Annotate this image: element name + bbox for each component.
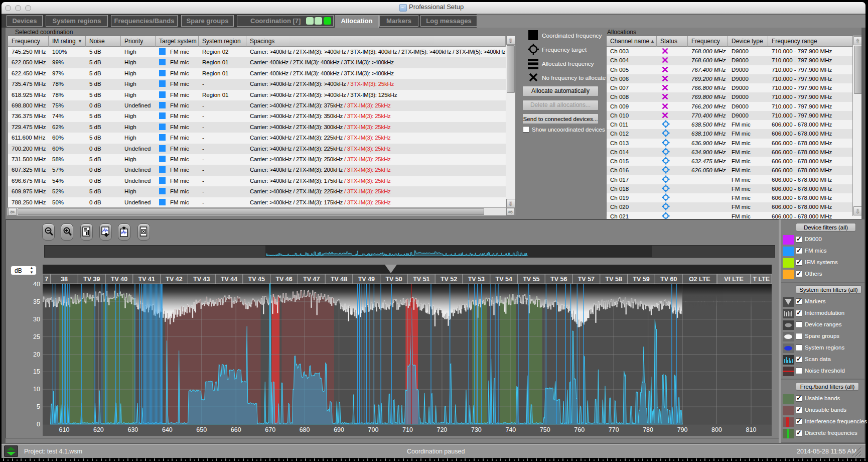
svg-text:720: 720 (437, 426, 447, 433)
svg-text:TV 45: TV 45 (248, 276, 265, 283)
svg-text:760: 760 (574, 426, 585, 433)
svg-text:650: 650 (196, 426, 207, 433)
svg-text:TV 39: TV 39 (83, 276, 100, 283)
svg-text:TV 48: TV 48 (331, 276, 347, 283)
svg-text:TV 55: TV 55 (523, 276, 539, 283)
svg-text:15: 15 (33, 368, 40, 375)
svg-text:38: 38 (61, 276, 68, 283)
svg-text:TV 54: TV 54 (496, 276, 512, 283)
svg-text:TV 51: TV 51 (413, 276, 429, 283)
svg-text:0: 0 (37, 421, 40, 428)
svg-text:670: 670 (265, 426, 275, 433)
svg-text:TV 59: TV 59 (633, 276, 649, 283)
svg-text:780: 780 (643, 426, 653, 433)
svg-text:TV 49: TV 49 (358, 276, 375, 283)
svg-text:640: 640 (162, 426, 173, 433)
svg-text:700: 700 (368, 426, 379, 433)
svg-text:40: 40 (33, 281, 40, 288)
svg-text:TV 44: TV 44 (221, 276, 237, 283)
svg-text:TV 52: TV 52 (441, 276, 457, 283)
svg-text:5: 5 (37, 403, 40, 410)
svg-text:690: 690 (334, 426, 344, 433)
svg-text:25: 25 (33, 333, 40, 340)
svg-text:730: 730 (471, 426, 482, 433)
svg-text:610: 610 (59, 426, 70, 433)
svg-text:30: 30 (33, 316, 40, 323)
svg-text:35: 35 (33, 298, 40, 305)
svg-text:TV 53: TV 53 (468, 276, 485, 283)
svg-text:TV 60: TV 60 (660, 276, 677, 283)
svg-text:TV 47: TV 47 (303, 276, 320, 283)
svg-text:TV 57: TV 57 (578, 276, 595, 283)
svg-text:TV 58: TV 58 (606, 276, 622, 283)
svg-text:810: 810 (746, 426, 757, 433)
svg-text:680: 680 (300, 426, 310, 433)
svg-text:TV 43: TV 43 (193, 276, 210, 283)
svg-text:660: 660 (231, 426, 241, 433)
svg-text:790: 790 (677, 426, 688, 433)
svg-text:740: 740 (505, 426, 516, 433)
svg-text:630: 630 (127, 426, 138, 433)
svg-text:770: 770 (609, 426, 619, 433)
svg-text:7: 7 (45, 276, 48, 283)
svg-text:TV 41: TV 41 (138, 276, 155, 283)
svg-text:10: 10 (33, 386, 40, 393)
svg-text:TV 40: TV 40 (111, 276, 127, 283)
svg-text:710: 710 (402, 426, 413, 433)
svg-text:T LTE: T LTE (753, 276, 770, 283)
svg-text:20: 20 (33, 351, 40, 358)
svg-text:620: 620 (93, 426, 104, 433)
svg-text:TV 50: TV 50 (385, 276, 402, 283)
svg-text:Vf LTE: Vf LTE (724, 276, 744, 283)
svg-text:TV 46: TV 46 (275, 276, 292, 283)
svg-text:TV 56: TV 56 (550, 276, 567, 283)
svg-text:TV 42: TV 42 (166, 276, 182, 283)
svg-text:O2 LTE: O2 LTE (689, 276, 710, 283)
svg-text:800: 800 (711, 426, 722, 433)
svg-text:750: 750 (540, 426, 550, 433)
